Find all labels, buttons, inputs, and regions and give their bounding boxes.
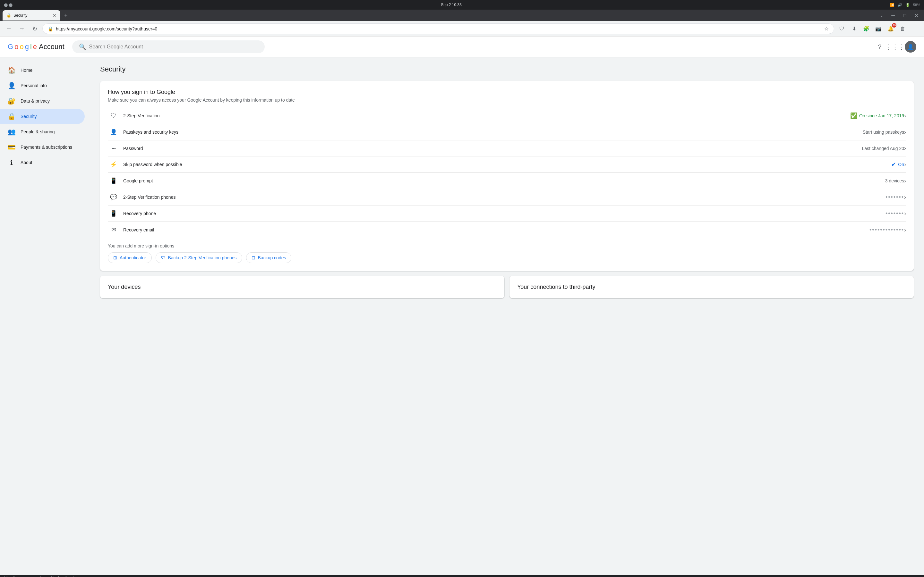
skip-password-chevron-icon: › xyxy=(904,161,906,168)
title-bar-left: ⬤ ⬤ xyxy=(4,3,13,7)
active-tab[interactable]: 🔒 Security ✕ xyxy=(3,10,60,21)
notification-badge: 29 xyxy=(892,23,897,27)
page-content: Google Account 🔍 ? ⋮⋮⋮ 👤 🏠 Home 👤 Person… xyxy=(0,37,924,575)
google-prompt-label: Google prompt xyxy=(120,178,885,183)
download-icon[interactable]: ⬇ xyxy=(849,24,859,34)
close-button[interactable]: ✕ xyxy=(911,10,921,21)
browser-chrome: ⬤ ⬤ Sep 2 10:33 📶 🔊 🔋 58% 🔒 Security ✕ +… xyxy=(0,0,924,37)
window-controls: ⬤ ⬤ xyxy=(4,3,13,7)
search-icon: 🔍 xyxy=(79,43,86,50)
skip-password-label: Skip password when possible xyxy=(120,162,891,167)
skip-password-value: ✔ On xyxy=(891,161,904,168)
volume-icon: 🔊 xyxy=(898,3,902,7)
backup-2sv-phones-button-label: Backup 2-Step Verification phones xyxy=(168,255,237,260)
2sv-value: ✅ On since Jan 17, 2019 xyxy=(850,112,904,119)
sidebar-label-data-privacy: Data & privacy xyxy=(21,98,50,103)
shield-icon[interactable]: 🛡 xyxy=(837,24,847,34)
backup-2sv-phones-button[interactable]: 🛡 Backup 2-Step Verification phones xyxy=(156,252,242,263)
info-icon: ℹ xyxy=(8,159,15,166)
new-tab-button[interactable]: + xyxy=(61,11,70,20)
tab-close-button[interactable]: ✕ xyxy=(53,13,57,18)
tab-title: Security xyxy=(13,13,50,18)
google-prompt-value-text: 3 devices xyxy=(885,178,904,183)
menu-icon[interactable]: ⋮ xyxy=(910,24,920,34)
sidebar-item-about[interactable]: ℹ About xyxy=(0,155,85,170)
authenticator-button-label: Authenticator xyxy=(120,255,146,260)
sidebar-item-home[interactable]: 🏠 Home xyxy=(0,63,85,78)
recovery-email-chevron-icon: › xyxy=(904,227,906,234)
page-title: Security xyxy=(100,65,914,73)
your-devices-card: Your devices xyxy=(100,276,504,298)
row-recovery-phone[interactable]: 📱 Recovery phone ••••••• › xyxy=(108,205,906,222)
search-box[interactable]: 🔍 xyxy=(72,40,265,53)
row-google-prompt[interactable]: 📱 Google prompt 3 devices › xyxy=(108,173,906,189)
2sv-phones-chevron-icon: › xyxy=(904,194,906,201)
security-icon: 🔒 xyxy=(48,26,53,31)
sidebar-label-home: Home xyxy=(21,68,32,73)
help-button[interactable]: ? xyxy=(874,41,885,53)
row-2sv[interactable]: 🛡 2-Step Verification ✅ On since Jan 17,… xyxy=(108,108,906,124)
photo-icon[interactable]: 📷 xyxy=(873,24,884,34)
row-2sv-phones[interactable]: 💬 2-Step Verification phones ••••••• › xyxy=(108,189,906,205)
bookmark-icon[interactable]: ☆ xyxy=(824,26,829,32)
account-label: Account xyxy=(39,43,65,51)
sidebar-item-people-sharing[interactable]: 👥 People & sharing xyxy=(0,124,85,139)
maximize-button[interactable]: □ xyxy=(900,10,910,21)
2sv-icon: 🛡 xyxy=(108,113,120,119)
add-options-label: You can add more sign-in options xyxy=(108,243,906,248)
people-icon: 👥 xyxy=(8,128,15,135)
apps-button[interactable]: ⋮⋮⋮ xyxy=(889,41,901,53)
your-devices-title: Your devices xyxy=(108,284,497,290)
url-display: https://myaccount.google.com/security?au… xyxy=(56,26,822,31)
row-password[interactable]: ••• Password Last changed Aug 20 › xyxy=(108,140,906,156)
row-passkeys[interactable]: 👤 Passkeys and security keys Start using… xyxy=(108,124,906,140)
page-header: Google Account 🔍 ? ⋮⋮⋮ 👤 xyxy=(0,37,924,57)
sidebar-item-personal-info[interactable]: 👤 Personal info xyxy=(0,78,85,93)
title-bar-center: Sep 2 10:33 xyxy=(15,3,887,7)
2sv-chevron-icon: › xyxy=(904,113,906,119)
skip-password-value-text: On xyxy=(898,162,904,167)
passkeys-chevron-icon: › xyxy=(904,129,906,135)
refresh-button[interactable]: ↻ xyxy=(29,24,40,34)
authenticator-button[interactable]: ⊞ Authenticator xyxy=(108,252,152,263)
status-bar: https://myaccount.google.com/signinoptio… xyxy=(0,575,924,577)
google-prompt-icon: 📱 xyxy=(108,177,120,184)
tab-favicon: 🔒 xyxy=(6,13,11,18)
back-button[interactable]: ← xyxy=(4,24,14,34)
recovery-phone-chevron-icon: › xyxy=(904,210,906,217)
sign-in-card-title: How you sign in to Google xyxy=(108,89,906,95)
sign-in-card: How you sign in to Google Make sure you … xyxy=(100,81,914,271)
sidebar-item-payments[interactable]: 💳 Payments & subscriptions xyxy=(0,139,85,155)
bottom-cards: Your devices Your connections to third-p… xyxy=(100,276,914,298)
recovery-phone-value: ••••••• xyxy=(885,210,904,217)
puzzle-icon[interactable]: 🧩 xyxy=(861,24,871,34)
password-value-text: Last changed Aug 20 xyxy=(862,146,904,151)
recovery-email-icon: ✉ xyxy=(108,226,120,234)
2sv-phones-blurred: ••••••• xyxy=(885,194,904,201)
minimize-button[interactable]: ─ xyxy=(888,10,898,21)
forward-button[interactable]: → xyxy=(17,24,27,34)
header-right: ? ⋮⋮⋮ 👤 xyxy=(874,41,916,53)
row-recovery-email[interactable]: ✉ Recovery email ••••••••••••• › xyxy=(108,222,906,238)
tab-list-button[interactable]: ⌄ xyxy=(877,10,887,21)
sidebar-item-security[interactable]: 🔒 Security xyxy=(0,109,85,124)
search-input[interactable] xyxy=(89,44,258,50)
google-logo: Google Account xyxy=(8,43,65,51)
sidebar-label-people-sharing: People & sharing xyxy=(21,129,55,134)
sign-in-card-subtitle: Make sure you can always access your Goo… xyxy=(108,97,906,103)
sidebar-item-data-privacy[interactable]: 🔐 Data & privacy xyxy=(0,93,85,109)
avatar[interactable]: 👤 xyxy=(905,41,916,53)
battery-icon: 🔋 xyxy=(905,3,910,7)
title-bar-right: 📶 🔊 🔋 58% xyxy=(890,3,920,7)
skip-password-status: ✔ On xyxy=(891,161,904,168)
address-bar-icons: ☆ xyxy=(824,26,829,32)
recovery-email-value: ••••••••••••• xyxy=(869,227,904,234)
address-bar[interactable]: 🔒 https://myaccount.google.com/security?… xyxy=(42,23,834,34)
password-value: Last changed Aug 20 xyxy=(862,146,904,151)
backup-codes-button[interactable]: ⊟ Backup codes xyxy=(246,252,292,263)
main-content: Security How you sign in to Google Make … xyxy=(90,57,924,575)
sidebar-label-payments: Payments & subscriptions xyxy=(21,145,72,150)
sidebar-label-personal-info: Personal info xyxy=(21,83,47,88)
history-icon[interactable]: 🗑 xyxy=(898,24,908,34)
row-skip-password[interactable]: ⚡ Skip password when possible ✔ On › xyxy=(108,156,906,173)
